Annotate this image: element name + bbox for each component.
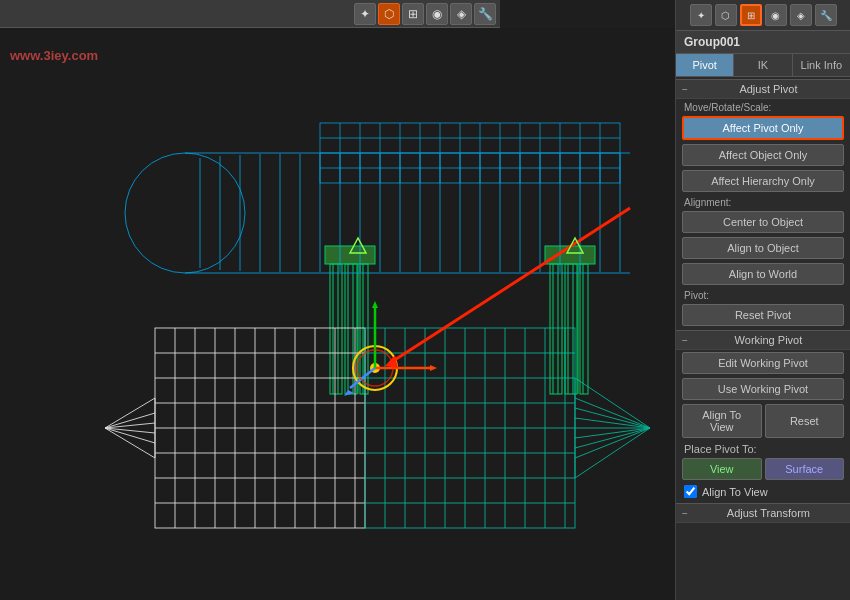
pivot-label: Pivot: bbox=[676, 287, 850, 302]
toolbar-btn-5[interactable]: ◈ bbox=[450, 3, 472, 25]
tab-link-info[interactable]: Link Info bbox=[793, 54, 850, 76]
use-working-pivot-btn[interactable]: Use Working Pivot bbox=[682, 378, 844, 400]
adjust-pivot-title: Adjust Pivot bbox=[693, 83, 844, 95]
toolbar-btn-3[interactable]: ⊞ bbox=[402, 3, 424, 25]
place-pivot-label: Place Pivot To: bbox=[676, 440, 850, 456]
reset-pivot-btn[interactable]: Reset Pivot bbox=[682, 304, 844, 326]
reset-btn[interactable]: Reset bbox=[765, 404, 845, 438]
panel-icon-shapes[interactable]: ⬡ bbox=[715, 4, 737, 26]
panel-icons-row: ✦ ⬡ ⊞ ◉ ◈ 🔧 bbox=[676, 0, 850, 31]
place-pivot-row: View Surface bbox=[682, 458, 844, 480]
align-to-world-btn[interactable]: Align to World bbox=[682, 263, 844, 285]
viewport: ✦ ⬡ ⊞ ◉ ◈ 🔧 + ] [Front] [Wireframe] www.… bbox=[0, 0, 675, 600]
align-to-view-checkbox[interactable] bbox=[684, 485, 697, 498]
alignment-label: Alignment: bbox=[676, 194, 850, 209]
toolbar-btn-hierarchy[interactable]: ⬡ bbox=[378, 3, 400, 25]
panel-icon-display[interactable]: ✦ bbox=[690, 4, 712, 26]
right-panel: ✦ ⬡ ⊞ ◉ ◈ 🔧 Group001 Pivot IK Link Info … bbox=[675, 0, 850, 600]
affect-pivot-only-btn[interactable]: Affect Pivot Only bbox=[682, 116, 844, 140]
align-to-view-checkbox-row: Align To View bbox=[676, 482, 850, 501]
app-container: ✦ ⬡ ⊞ ◉ ◈ 🔧 + ] [Front] [Wireframe] www.… bbox=[0, 0, 850, 600]
toolbar-btn-4[interactable]: ◉ bbox=[426, 3, 448, 25]
adjust-transform-collapse-icon[interactable]: − bbox=[682, 508, 688, 519]
align-reset-row: Align To View Reset bbox=[682, 404, 844, 438]
working-pivot-title: Working Pivot bbox=[693, 334, 844, 346]
center-to-object-btn[interactable]: Center to Object bbox=[682, 211, 844, 233]
scene-canvas bbox=[0, 28, 675, 600]
object-name: Group001 bbox=[676, 31, 850, 54]
adjust-transform-header: − Adjust Transform bbox=[676, 503, 850, 523]
adjust-transform-title: Adjust Transform bbox=[693, 507, 844, 519]
affect-hierarchy-only-btn[interactable]: Affect Hierarchy Only bbox=[682, 170, 844, 192]
toolbar-btn-1[interactable]: ✦ bbox=[354, 3, 376, 25]
watermark: www.3iey.com bbox=[10, 48, 98, 63]
affect-object-only-btn[interactable]: Affect Object Only bbox=[682, 144, 844, 166]
tab-pivot[interactable]: Pivot bbox=[676, 54, 734, 76]
view-btn[interactable]: View bbox=[682, 458, 762, 480]
svg-rect-19 bbox=[325, 246, 375, 264]
panel-icon-tools[interactable]: 🔧 bbox=[815, 4, 837, 26]
panel-icon-utilities[interactable]: ◈ bbox=[790, 4, 812, 26]
tab-ik[interactable]: IK bbox=[734, 54, 792, 76]
collapse-icon[interactable]: − bbox=[682, 84, 688, 95]
tabs-row: Pivot IK Link Info bbox=[676, 54, 850, 77]
panel-icon-motion[interactable]: ◉ bbox=[765, 4, 787, 26]
working-pivot-header: − Working Pivot bbox=[676, 330, 850, 350]
surface-btn[interactable]: Surface bbox=[765, 458, 845, 480]
panel-icon-hierarchy[interactable]: ⊞ bbox=[740, 4, 762, 26]
move-rotate-scale-label: Move/Rotate/Scale: bbox=[676, 99, 850, 114]
align-to-object-btn[interactable]: Align to Object bbox=[682, 237, 844, 259]
align-to-view-btn[interactable]: Align To View bbox=[682, 404, 762, 438]
align-to-view-checkbox-label: Align To View bbox=[702, 486, 768, 498]
edit-working-pivot-btn[interactable]: Edit Working Pivot bbox=[682, 352, 844, 374]
working-pivot-collapse-icon[interactable]: − bbox=[682, 335, 688, 346]
toolbar-btn-6[interactable]: 🔧 bbox=[474, 3, 496, 25]
top-toolbar: ✦ ⬡ ⊞ ◉ ◈ 🔧 bbox=[0, 0, 500, 28]
adjust-pivot-header: − Adjust Pivot bbox=[676, 79, 850, 99]
